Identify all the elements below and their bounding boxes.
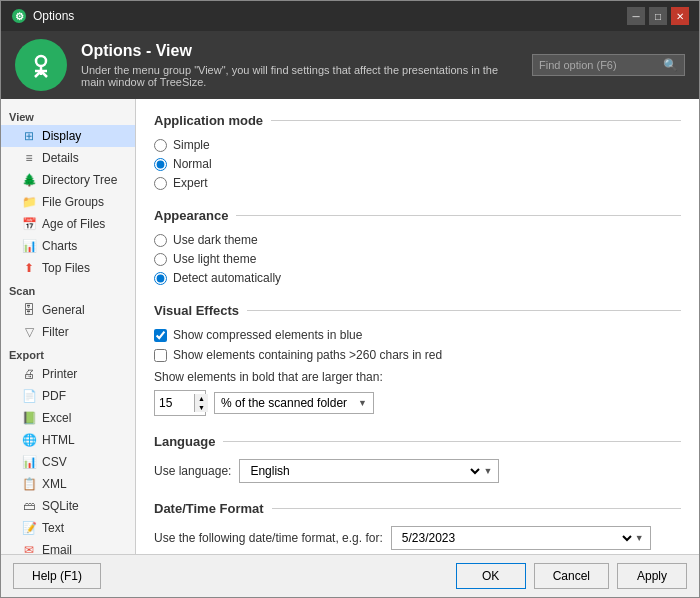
cancel-button[interactable]: Cancel (534, 563, 609, 589)
sidebar-label-pdf: PDF (42, 389, 66, 403)
bold-unit-dropdown[interactable]: % of the scanned folder ▼ (214, 392, 374, 414)
visual-effects-group: Visual Effects Show compressed elements … (154, 303, 681, 416)
sidebar-item-excel[interactable]: 📗 Excel (1, 407, 135, 429)
close-button[interactable]: ✕ (671, 7, 689, 25)
datetime-label: Use the following date/time format, e.g.… (154, 531, 383, 545)
sidebar-label-filter: Filter (42, 325, 69, 339)
sqlite-icon: 🗃 (21, 498, 37, 514)
sidebar-item-pdf[interactable]: 📄 PDF (1, 385, 135, 407)
text-icon: 📝 (21, 520, 37, 536)
sidebar-label-printer: Printer (42, 367, 77, 381)
title-bar-left: ⚙ Options (11, 8, 74, 24)
radio-light-label: Use light theme (173, 252, 256, 266)
title-bar-title: Options (33, 9, 74, 23)
sidebar-item-top-files[interactable]: ⬆ Top Files (1, 257, 135, 279)
sidebar-item-filter[interactable]: ▽ Filter (1, 321, 135, 343)
radio-normal-input[interactable] (154, 158, 167, 171)
sidebar-label-details: Details (42, 151, 79, 165)
appearance-header: Appearance (154, 208, 681, 223)
visual-effects-header: Visual Effects (154, 303, 681, 318)
sidebar-item-sqlite[interactable]: 🗃 SQLite (1, 495, 135, 517)
language-dropdown[interactable]: English German French Spanish ▼ (239, 459, 499, 483)
sidebar-label-directory-tree: Directory Tree (42, 173, 117, 187)
maximize-button[interactable]: □ (649, 7, 667, 25)
sidebar-label-sqlite: SQLite (42, 499, 79, 513)
checkbox-paths-label: Show elements containing paths >260 char… (173, 348, 442, 362)
language-header: Language (154, 434, 681, 449)
footer-left: Help (F1) (13, 563, 101, 589)
charts-icon: 📊 (21, 238, 37, 254)
radio-dark-label: Use dark theme (173, 233, 258, 247)
language-group: Language Use language: English German Fr… (154, 434, 681, 483)
filter-icon: ▽ (21, 324, 37, 340)
radio-simple-label: Simple (173, 138, 210, 152)
sidebar-item-xml[interactable]: 📋 XML (1, 473, 135, 495)
minimize-button[interactable]: ─ (627, 7, 645, 25)
checkbox-compressed-input[interactable] (154, 329, 167, 342)
header: Options - View Under the menu group "Vie… (1, 31, 699, 99)
general-icon: 🗄 (21, 302, 37, 318)
sidebar-label-text: Text (42, 521, 64, 535)
sidebar-label-file-groups: File Groups (42, 195, 104, 209)
datetime-dropdown[interactable]: 5/23/2023 ▼ (391, 526, 651, 550)
app-mode-group: Application mode Simple Normal Expert (154, 113, 681, 190)
sidebar-item-age-of-files[interactable]: 📅 Age of Files (1, 213, 135, 235)
spin-buttons: ▲ ▼ (194, 394, 208, 412)
radio-dark-input[interactable] (154, 234, 167, 247)
spin-down-button[interactable]: ▼ (195, 403, 208, 412)
ok-button[interactable]: OK (456, 563, 526, 589)
sidebar-item-html[interactable]: 🌐 HTML (1, 429, 135, 451)
radio-detect-input[interactable] (154, 272, 167, 285)
radio-normal-label: Normal (173, 157, 212, 171)
search-input[interactable] (539, 59, 659, 71)
sidebar-item-display[interactable]: ⊞ Display (1, 125, 135, 147)
bold-unit-select[interactable]: % of the scanned folder (221, 396, 354, 410)
sidebar-item-text[interactable]: 📝 Text (1, 517, 135, 539)
xml-icon: 📋 (21, 476, 37, 492)
sidebar-label-excel: Excel (42, 411, 71, 425)
directory-tree-icon: 🌲 (21, 172, 37, 188)
checkbox-compressed-label: Show compressed elements in blue (173, 328, 362, 342)
sidebar-item-directory-tree[interactable]: 🌲 Directory Tree (1, 169, 135, 191)
checkbox-paths: Show elements containing paths >260 char… (154, 348, 681, 362)
datetime-arrow-icon: ▼ (635, 533, 644, 543)
bold-number-input[interactable]: ▲ ▼ (154, 390, 206, 416)
svg-point-2 (36, 56, 46, 66)
language-select[interactable]: English German French Spanish (246, 463, 483, 479)
apply-button[interactable]: Apply (617, 563, 687, 589)
display-icon: ⊞ (21, 128, 37, 144)
sidebar-item-printer[interactable]: 🖨 Printer (1, 363, 135, 385)
logo (15, 39, 67, 91)
radio-simple: Simple (154, 138, 681, 152)
help-button[interactable]: Help (F1) (13, 563, 101, 589)
bold-input-row: ▲ ▼ % of the scanned folder ▼ (154, 390, 681, 416)
appearance-group: Appearance Use dark theme Use light them… (154, 208, 681, 285)
sidebar-item-csv[interactable]: 📊 CSV (1, 451, 135, 473)
radio-expert-input[interactable] (154, 177, 167, 190)
checkbox-paths-input[interactable] (154, 349, 167, 362)
sidebar-label-charts: Charts (42, 239, 77, 253)
sidebar-section-view: View (1, 105, 135, 125)
header-title: Options - View (81, 42, 518, 60)
excel-icon: 📗 (21, 410, 37, 426)
sidebar-item-email[interactable]: ✉ Email (1, 539, 135, 554)
datetime-select[interactable]: 5/23/2023 (398, 530, 635, 546)
search-box[interactable]: 🔍 (532, 54, 685, 76)
language-arrow-icon: ▼ (483, 466, 492, 476)
spin-up-button[interactable]: ▲ (195, 394, 208, 403)
email-icon: ✉ (21, 542, 37, 554)
radio-light-input[interactable] (154, 253, 167, 266)
sidebar-item-charts[interactable]: 📊 Charts (1, 235, 135, 257)
sidebar-item-file-groups[interactable]: 📁 File Groups (1, 191, 135, 213)
radio-simple-input[interactable] (154, 139, 167, 152)
radio-dark: Use dark theme (154, 233, 681, 247)
radio-detect: Detect automatically (154, 271, 681, 285)
sidebar-item-details[interactable]: ≡ Details (1, 147, 135, 169)
sidebar-label-csv: CSV (42, 455, 67, 469)
sidebar-section-export: Export (1, 343, 135, 363)
file-groups-icon: 📁 (21, 194, 37, 210)
html-icon: 🌐 (21, 432, 37, 448)
bold-value-input[interactable] (159, 396, 194, 410)
svg-text:⚙: ⚙ (15, 11, 24, 22)
sidebar-item-general[interactable]: 🗄 General (1, 299, 135, 321)
